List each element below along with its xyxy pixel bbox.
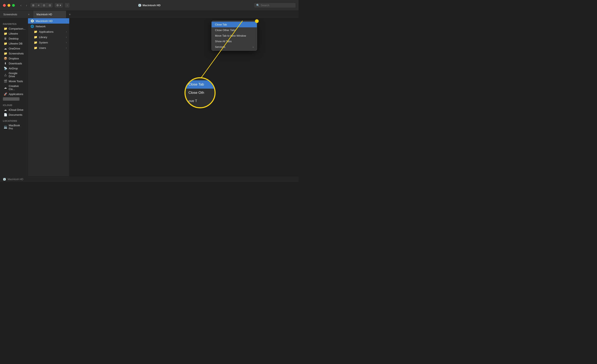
creative-cloud-icon: ☁ [4,86,7,89]
sidebar-item-icloud-drive[interactable]: ☁ iCloud Drive [1,107,27,112]
main-content: Favorites 📁 Comparison... 📁 Lifewire 🖥 D… [0,18,298,176]
sidebar-item-onedrive[interactable]: ☁ OneDrive [1,46,27,51]
macbook-icon: 💻 [4,125,7,129]
view-buttons: ⊞ ≡ ⊟ ⊟ [31,3,53,8]
window-controls [0,4,15,7]
back-button[interactable]: ‹ [19,3,23,8]
folder-icon: 📁 [34,35,37,39]
documents-icon: 📄 [4,113,7,116]
sidebar-item-label: OneDrive [9,47,20,50]
file-item-label: System [39,41,48,44]
close-button[interactable] [3,4,6,7]
sidebar-item-label: Movie Tools [9,80,23,83]
context-menu-move-tab[interactable]: Move Tab to New Window [212,33,257,38]
sidebar-item-label: Documents [9,113,22,116]
search-bar[interactable]: 🔍 [254,3,296,8]
sidebar-item-comparison[interactable]: 📁 Comparison... [1,26,27,31]
window-title: 💽 Macintosh HD [138,4,161,7]
file-item-macintosh-hd[interactable]: 💽 Macintosh HD › [28,18,69,24]
cloud-icon: ☁ [4,47,7,50]
sidebar: Favorites 📁 Comparison... 📁 Lifewire 🖥 D… [0,18,28,176]
action-button[interactable]: ⚙ ▾ [55,3,63,8]
context-menu-services[interactable]: Services › [212,44,257,50]
context-menu: Close Tab Close Other Tabs Move Tab to N… [212,21,257,51]
applications-icon: 🚀 [4,92,7,96]
hdd-icon: 💽 [31,19,34,23]
tab-add-button[interactable]: + [66,11,73,18]
hdd-icon: 💽 [3,178,6,181]
gallery-view-button[interactable]: ⊟ [47,3,53,8]
file-item-label: Applications [39,30,54,33]
sidebar-item-label: AirDrop [9,67,18,70]
toolbar: ‹ › ⊞ ≡ ⊟ ⊟ ⚙ ▾ ↑ [15,3,70,8]
maximize-button[interactable] [12,4,15,7]
zoom-item-move-t: ove T [186,97,215,105]
chevron-right-icon: › [66,30,67,33]
title-bar: ‹ › ⊞ ≡ ⊟ ⊟ ⚙ ▾ ↑ 💽 Macintosh HD 🔍 [0,0,298,11]
icloud-icon: ☁ [4,108,7,111]
network-icon: 🌐 [31,25,34,28]
folder-icon: 📁 [34,46,37,49]
sidebar-item-google-drive[interactable]: △ Google Drive [1,71,27,79]
minimize-button[interactable] [8,4,10,7]
list-view-button[interactable]: ≡ [36,3,41,8]
download-icon: ⬇ [4,62,7,65]
share-button[interactable]: ↑ [65,3,70,8]
context-menu-show-all-tabs[interactable]: Show All Tabs [212,38,257,44]
sidebar-item-label: Google Drive [9,72,24,78]
sidebar-item-applications[interactable]: 🚀 Applications [1,91,27,97]
sidebar-item-documents[interactable]: 📄 Documents [1,112,27,117]
column-view-button[interactable]: ⊟ [41,3,47,8]
sidebar-item-airdrop[interactable]: 📡 AirDrop [1,66,27,71]
sidebar-item-downloads[interactable]: ⬇ Downloads [1,61,27,66]
file-item-network[interactable]: 🌐 Network [28,24,69,29]
icon-view-button[interactable]: ⊞ [31,3,36,8]
folder-icon: 📁 [4,52,7,55]
sidebar-item-creative-cloud[interactable]: ☁ Creative Clo... [1,84,27,91]
sidebar-item-dropbox[interactable]: 📦 Dropbox [1,56,27,61]
forward-button[interactable]: › [25,3,28,8]
sidebar-item-desktop[interactable]: 🖥 Desktop [1,36,27,41]
sidebar-item-screenshots[interactable]: 📁 Screenshots [1,51,27,56]
file-item-system[interactable]: 📁 System › [31,40,69,45]
folder-icon: 📁 [34,41,37,44]
tab-screenshots[interactable]: Screenshots × [0,11,33,18]
search-input[interactable] [261,4,293,7]
google-drive-icon: △ [4,73,7,76]
sidebar-item-label: Downloads [9,62,22,65]
folder-icon: 📁 [4,27,7,30]
tab-screenshots-label: Screenshots [3,13,17,16]
sidebar-item-label: Screenshots [9,52,24,55]
sub-items-container: 📁 Applications › 📁 Library › 📁 System › … [28,29,69,51]
chevron-right-icon: › [66,36,67,38]
file-item-library[interactable]: 📁 Library › [31,34,69,40]
sidebar-item-macbook-pro[interactable]: 💻 MacBook Pro [1,123,27,131]
tab-macintosh-hd[interactable]: Macintosh HD [33,11,66,18]
status-location: Macintosh HD [8,178,23,181]
context-menu-close-tab[interactable]: Close Tab [212,22,257,27]
blurred-sidebar-item [3,97,19,101]
file-item-applications[interactable]: 📁 Applications › [31,29,69,34]
dropbox-icon: 📦 [4,57,7,60]
tab-macintosh-label: Macintosh HD [37,13,52,16]
file-item-users[interactable]: 📁 Users › [31,45,69,51]
file-item-label: Network [36,25,46,28]
status-bar: 💽 Macintosh HD [0,176,298,182]
sidebar-section-favorites: Favorites [0,20,28,26]
movie-icon: 🎬 [4,80,7,83]
tab-screenshots-close[interactable]: × [28,13,30,16]
sidebar-item-label: MacBook Pro [9,124,24,130]
hdd-icon: 💽 [138,4,141,7]
pointer-line [70,18,298,176]
sidebar-item-label: Dropbox [9,57,19,60]
zoom-magnifier: Close Tab Close Oth ove T [184,77,216,108]
sidebar-item-label: iCloud Drive [9,108,24,111]
sidebar-item-lifewire[interactable]: 📁 Lifewire [1,31,27,36]
sidebar-section-locations: Locations [0,117,28,123]
sidebar-item-label: Lifewire [9,32,18,35]
context-menu-close-other-tabs[interactable]: Close Other Tabs [212,27,257,33]
zoom-content: Close Tab Close Oth ove T [186,80,215,105]
file-pane: 💽 Macintosh HD › 🌐 Network 📁 Application… [28,18,70,176]
sidebar-item-lifewire-db[interactable]: 📁 Lifewire DB [1,41,27,46]
sidebar-item-movie-tools[interactable]: 🎬 Movie Tools [1,79,27,84]
